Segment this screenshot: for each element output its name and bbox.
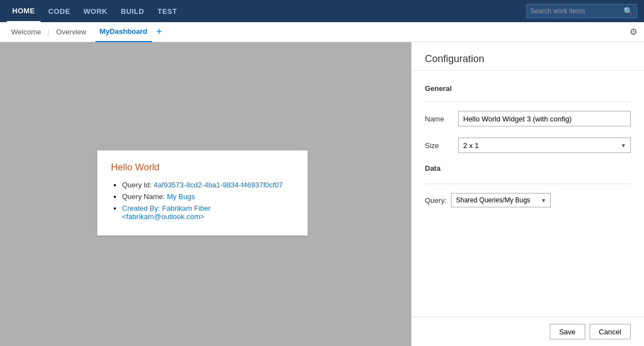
add-dashboard-button[interactable]: +	[152, 26, 167, 38]
general-section-title: General	[425, 84, 631, 93]
secondary-nav-left: Welcome | Overview MyDashboard +	[7, 22, 166, 42]
sec-nav-overview[interactable]: Overview	[52, 22, 90, 42]
search-icon-button[interactable]: 🔍	[621, 7, 635, 16]
nav-test[interactable]: TEST	[152, 0, 182, 22]
query-select[interactable]: Shared Queries/My Bugs Shared Queries/Al…	[451, 193, 551, 207]
size-field-row: Size 2 x 1 2 x 2 4 x 1 4 x 2 ▼	[425, 138, 631, 153]
nav-separator-1: |	[45, 28, 52, 36]
data-section: Data Query: Shared Queries/My Bugs Share…	[425, 164, 631, 207]
config-body: General Name Size 2 x 1 2 x 2 4 x 1 4 x …	[412, 71, 644, 317]
general-divider	[425, 101, 631, 102]
search-input[interactable]	[527, 7, 621, 15]
name-field-row: Name	[425, 111, 631, 126]
query-name-value: My Bugs	[167, 192, 195, 201]
size-select[interactable]: 2 x 1 2 x 2 4 x 1 4 x 2	[458, 138, 631, 153]
nav-code[interactable]: CODE	[43, 0, 76, 22]
widget-title: Hello World	[111, 162, 294, 173]
top-nav-left: HOME CODE WORK BUILD TEST	[7, 0, 182, 22]
size-label: Size	[425, 141, 458, 150]
data-section-title: Data	[425, 164, 631, 172]
config-panel: Configuration General Name Size 2 x 1 2 …	[411, 42, 644, 346]
top-nav: HOME CODE WORK BUILD TEST 🔍	[0, 0, 644, 22]
created-by-value: Created By: Fabrikam Fiber <fabrikam@out…	[122, 204, 211, 221]
query-id-value: 4af93573-8cd2-4ba1-9834-f46937f0cf07	[154, 181, 283, 189]
nav-work[interactable]: WORK	[78, 0, 113, 22]
search-container: 🔍	[526, 4, 637, 18]
list-item: Created By: Fabrikam Fiber <fabrikam@out…	[122, 204, 294, 221]
sec-nav-welcome[interactable]: Welcome	[7, 22, 45, 42]
nav-home[interactable]: HOME	[7, 0, 40, 22]
secondary-nav: Welcome | Overview MyDashboard + ⚙	[0, 22, 644, 42]
list-item: Query Id: 4af93573-8cd2-4ba1-9834-f46937…	[122, 181, 294, 189]
query-select-wrapper: Shared Queries/My Bugs Shared Queries/Al…	[451, 193, 551, 207]
settings-gear-button[interactable]: ⚙	[630, 27, 637, 37]
search-icon: 🔍	[623, 7, 633, 16]
name-input[interactable]	[458, 111, 631, 126]
name-label: Name	[425, 115, 458, 123]
config-title: Configuration	[425, 53, 631, 65]
config-header: Configuration	[412, 42, 644, 71]
sec-nav-mydashboard[interactable]: MyDashboard	[95, 22, 152, 42]
list-item: Query Name: My Bugs	[122, 192, 294, 201]
data-divider	[425, 184, 631, 184]
main-container: Hello World Query Id: 4af93573-8cd2-4ba1…	[0, 42, 644, 346]
widget-card: Hello World Query Id: 4af93573-8cd2-4ba1…	[97, 150, 308, 236]
query-row: Query: Shared Queries/My Bugs Shared Que…	[425, 193, 631, 207]
nav-build[interactable]: BUILD	[115, 0, 150, 22]
query-id-label: Query Id:	[122, 181, 154, 189]
query-field-label: Query:	[425, 196, 447, 205]
cancel-button[interactable]: Cancel	[590, 324, 631, 339]
save-button[interactable]: Save	[550, 324, 585, 339]
widget-list: Query Id: 4af93573-8cd2-4ba1-9834-f46937…	[111, 181, 294, 221]
gear-icon: ⚙	[630, 27, 637, 37]
dashboard-area: Hello World Query Id: 4af93573-8cd2-4ba1…	[0, 42, 411, 346]
config-footer: Save Cancel	[412, 317, 644, 346]
size-select-wrapper: 2 x 1 2 x 2 4 x 1 4 x 2 ▼	[458, 138, 631, 153]
query-name-label: Query Name:	[122, 192, 167, 201]
